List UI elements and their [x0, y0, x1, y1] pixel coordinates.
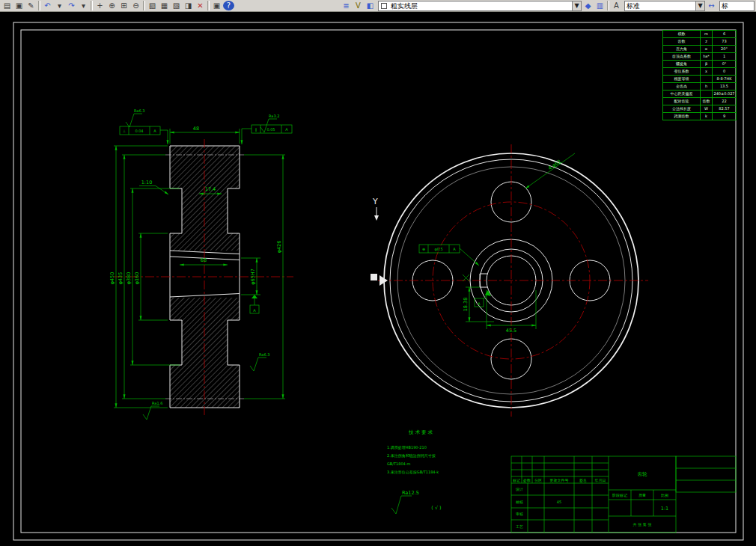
- rev-header: 标记: [512, 478, 520, 483]
- layer-tools-group: ≣V◧: [341, 1, 376, 10]
- close-block-icon[interactable]: ✕: [195, 1, 206, 10]
- toolbar-spacer: [235, 5, 340, 6]
- dim-width: 48: [193, 126, 199, 132]
- drawing-canvas[interactable]: φ450 φ435 φ380 φ160 φ426 φ65H7 A 48 ⊥ 0.…: [0, 12, 756, 546]
- param-cell: α: [701, 46, 713, 53]
- make-current-layer-icon[interactable]: ◆: [582, 1, 594, 10]
- table-icon[interactable]: ▦: [159, 1, 170, 10]
- chevron-down-icon[interactable]: ▼: [572, 1, 581, 10]
- roughness-top-left: Ra6.3: [134, 108, 144, 113]
- pos-tol-value: φ0.5: [434, 247, 442, 252]
- dim-style-combo[interactable]: 标: [719, 1, 755, 11]
- open-drawing-icon[interactable]: ▣: [13, 1, 25, 10]
- param-cell: m: [701, 31, 713, 38]
- datum-label: A: [253, 308, 256, 313]
- redo-icon[interactable]: ↷: [66, 1, 77, 10]
- taper-label: 1:10: [141, 180, 153, 185]
- after-layer-group: ◆▥: [582, 1, 606, 10]
- hatch-icon[interactable]: ▨: [171, 1, 182, 10]
- tol-left-symbol: ⊥: [123, 129, 126, 133]
- zoom-realtime-icon[interactable]: ⊕: [106, 1, 118, 10]
- text-style-icon[interactable]: A: [611, 1, 622, 10]
- zoom-window-icon[interactable]: ⊞: [118, 1, 129, 10]
- layer-color-swatch: [381, 3, 387, 9]
- dim-style-icon[interactable]: ↔: [706, 1, 717, 10]
- param-cell: 齿顶高系数: [663, 53, 701, 61]
- dim-hub: φ160: [134, 272, 140, 285]
- param-row: 公法线长度W82.57: [663, 105, 737, 113]
- param-cell: 压力角: [663, 46, 701, 53]
- zoom-previous-icon[interactable]: ⊖: [130, 1, 141, 10]
- dim-keyway-length: 68: [201, 257, 207, 263]
- undo-dropdown-icon[interactable]: ▾: [54, 1, 65, 10]
- rev-header: 分区: [534, 478, 542, 482]
- layer-combo[interactable]: 粗实线层 ▼: [378, 1, 582, 11]
- toolbar-separator: [143, 1, 145, 10]
- rev-header: 签名: [579, 478, 587, 483]
- datum-label-front: A: [478, 301, 481, 306]
- block-editor-icon[interactable]: ◨: [183, 1, 194, 10]
- toolbar-separator: [207, 1, 210, 10]
- param-row: 中心距及偏差240±0.027: [663, 91, 737, 98]
- insert-toolbar-group: ▧▦▨◨✕: [147, 1, 206, 10]
- param-cell: 240±0.027: [713, 91, 737, 98]
- param-cell: 82.57: [713, 105, 737, 113]
- text-style-combo[interactable]: 标准 ▼: [624, 1, 705, 11]
- dim-style-combo-value: 标: [720, 1, 754, 10]
- param-row: 全齿高h13.5: [663, 83, 737, 91]
- surface-note-rest: ( √ ): [431, 505, 441, 511]
- tech-req-line: 1.调质处理HB190-210: [387, 445, 427, 450]
- param-cell: 1: [713, 53, 737, 61]
- tech-req-line: 3.未注形位公差按GB/T1184-k: [387, 470, 439, 474]
- param-cell: 9: [713, 113, 737, 120]
- param-cell: β: [701, 61, 713, 68]
- tol-right-symbol: ∥: [255, 127, 257, 132]
- layer-filter-icon[interactable]: V: [353, 1, 364, 10]
- layer-walk-icon[interactable]: ◧: [365, 1, 376, 10]
- calculator-icon[interactable]: ▣: [211, 1, 222, 10]
- new-drawing-icon[interactable]: ▤: [1, 1, 13, 10]
- dim-keyway-offset: 17.4: [205, 186, 216, 192]
- tech-req-title: 技术要求: [408, 429, 434, 435]
- named-views-icon[interactable]: ▧: [147, 1, 158, 10]
- undo-toolbar-group: ↶▾↷▾: [42, 1, 89, 10]
- param-cell: 中心距及偏差: [663, 91, 701, 98]
- help-icon[interactable]: ?: [223, 1, 234, 10]
- tech-req-line: GB/T1804-m: [387, 461, 411, 466]
- param-row: 配对齿轮齿数22: [663, 98, 737, 105]
- param-cell: 20°: [713, 46, 737, 53]
- text-style-combo-value: 标准: [625, 1, 695, 10]
- tech-requirements: 技术要求 1.调质处理HB190-210 2.未注倒角和锐边倒钝尺寸按 GB/T…: [387, 429, 439, 474]
- chevron-down-icon[interactable]: ▼: [695, 1, 704, 10]
- param-cell: W: [701, 105, 713, 113]
- toolbar-separator: [38, 1, 40, 10]
- dim-right: φ426: [276, 241, 282, 254]
- dim-keyway-depth: 18.38: [463, 298, 469, 312]
- layer-combo-value: 粗实线层: [389, 1, 572, 10]
- edit-sketch-icon[interactable]: ✎: [25, 1, 37, 10]
- sheet-count: 共 张 第 张: [633, 522, 652, 527]
- undo-icon[interactable]: ↶: [42, 1, 53, 10]
- param-cell: h: [701, 83, 713, 91]
- title-block: 标记 处数 分区 更改文件号 签名 年月日 设计 校核 审核 工艺 45 齿轮 …: [511, 456, 736, 533]
- section-label: Y: [372, 197, 378, 206]
- param-cell: 13.5: [713, 83, 737, 91]
- pan-icon[interactable]: +: [94, 1, 106, 10]
- layer-states-icon[interactable]: ▥: [594, 1, 606, 10]
- file-toolbar-group: ▤▣✎: [1, 1, 37, 10]
- param-cell: 螺旋角: [663, 61, 701, 68]
- param-cell: 跨测齿数: [663, 113, 701, 120]
- surface-note: Ra12.5 ( √ ): [391, 490, 442, 514]
- param-row: 变位系数x0: [663, 68, 737, 76]
- layer-properties-icon[interactable]: ≣: [341, 1, 352, 10]
- dim-bore-width: 45.5: [506, 328, 516, 334]
- redo-dropdown-icon[interactable]: ▾: [78, 1, 89, 10]
- tol-left-value: 0.04: [135, 129, 143, 133]
- param-cell: 模数: [663, 31, 701, 38]
- param-cell: ha*: [701, 53, 713, 61]
- scale-value: 1:1: [661, 506, 668, 512]
- rev-header: 年月日: [595, 478, 606, 483]
- part-name: 齿轮: [638, 471, 648, 477]
- zoom-toolbar-group: +⊕⊞⊖: [94, 1, 141, 10]
- dim-od: φ450: [109, 272, 115, 285]
